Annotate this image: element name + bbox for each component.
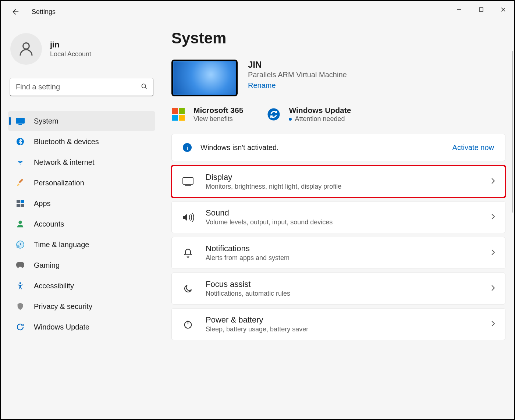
nav-item-privacy[interactable]: Privacy & security: [8, 296, 155, 316]
nav-label: Personalization: [34, 179, 84, 187]
user-subtitle: Local Account: [50, 50, 91, 58]
wifi-icon: [15, 157, 25, 167]
quick-sub: Attention needed: [289, 115, 351, 123]
minimize-button[interactable]: [448, 1, 470, 18]
user-name: jin: [50, 40, 91, 50]
nav-item-network[interactable]: Network & internet: [8, 152, 155, 172]
settings-item-focus-assist[interactable]: Focus assistNotifications, automatic rul…: [171, 273, 505, 305]
nav-item-gaming[interactable]: Gaming: [8, 255, 155, 275]
nav-item-accessibility[interactable]: Accessibility: [8, 276, 155, 296]
nav-label: Bluetooth & devices: [34, 138, 99, 146]
svg-rect-1: [479, 8, 483, 11]
sidebar: jin Local Account System Bluetooth & dev…: [1, 23, 163, 419]
quick-links-row: Microsoft 365 View benefits Windows Upda…: [171, 106, 505, 123]
nav-label: Windows Update: [34, 323, 89, 331]
nav-item-system[interactable]: System: [8, 111, 155, 131]
svg-point-18: [268, 108, 280, 121]
svg-rect-10: [17, 200, 20, 203]
quick-title: Microsoft 365: [193, 106, 243, 115]
settings-item-sound[interactable]: SoundVolume levels, output, input, sound…: [171, 201, 505, 233]
settings-list: DisplayMonitors, brightness, night light…: [171, 165, 505, 340]
card-desc: Sleep, battery usage, battery saver: [206, 325, 479, 333]
nav-label: System: [34, 117, 58, 125]
device-description: Parallels ARM Virtual Machine: [248, 71, 347, 79]
card-title: Focus assist: [206, 280, 479, 289]
search-icon: [141, 83, 148, 92]
settings-item-display[interactable]: DisplayMonitors, brightness, night light…: [171, 165, 505, 197]
device-thumbnail: [171, 60, 238, 96]
quick-windows-update[interactable]: Windows Update Attention needed: [267, 106, 351, 123]
chevron-right-icon: [490, 213, 496, 222]
card-desc: Volume levels, output, input, sound devi…: [206, 218, 479, 226]
activation-banner: i Windows isn't activated. Activate now: [171, 134, 505, 161]
card-title: Display: [206, 172, 479, 182]
gamepad-icon: [15, 260, 25, 270]
search-input[interactable]: [10, 78, 154, 96]
card-title: Power & battery: [206, 315, 479, 325]
svg-point-14: [18, 221, 22, 224]
svg-point-4: [23, 43, 29, 49]
scrollbar[interactable]: [512, 51, 513, 213]
svg-line-6: [145, 88, 147, 89]
card-title: Sound: [206, 208, 479, 218]
bluetooth-icon: [15, 137, 25, 146]
quick-microsoft365[interactable]: Microsoft 365 View benefits: [171, 106, 243, 123]
settings-item-notifications[interactable]: NotificationsAlerts from apps and system: [171, 237, 505, 269]
quick-title: Windows Update: [289, 106, 351, 115]
close-button[interactable]: [492, 1, 514, 18]
nav-item-accounts[interactable]: Accounts: [8, 214, 155, 234]
power-icon: [181, 318, 195, 331]
app-title: Settings: [32, 8, 56, 16]
sync-icon: [267, 107, 281, 121]
settings-item-power[interactable]: Power & batterySleep, battery usage, bat…: [171, 308, 505, 340]
chevron-right-icon: [490, 249, 496, 257]
rename-link[interactable]: Rename: [248, 81, 276, 90]
quick-sub: View benefits: [193, 115, 243, 123]
nav-item-time-language[interactable]: Time & language: [8, 235, 155, 255]
activation-text: Windows isn't activated.: [200, 143, 444, 152]
info-icon: i: [183, 143, 192, 152]
svg-rect-8: [18, 124, 22, 125]
nav-item-apps[interactable]: Apps: [8, 193, 155, 213]
window-controls: [448, 1, 514, 18]
device-info-row: JIN Parallels ARM Virtual Machine Rename: [171, 60, 505, 96]
accessibility-icon: [15, 281, 25, 291]
svg-rect-11: [21, 200, 24, 203]
chevron-right-icon: [490, 320, 496, 329]
card-desc: Alerts from apps and system: [206, 254, 479, 262]
card-desc: Monitors, brightness, night light, displ…: [206, 183, 479, 191]
maximize-button[interactable]: [470, 1, 492, 18]
nav-label: Time & language: [34, 241, 89, 249]
card-title: Notifications: [206, 244, 479, 253]
nav-label: Privacy & security: [34, 302, 92, 311]
nav-item-personalization[interactable]: Personalization: [8, 173, 155, 193]
svg-rect-7: [16, 118, 25, 124]
svg-rect-12: [17, 204, 20, 207]
nav-label: Network & internet: [34, 158, 95, 167]
attention-dot-icon: [289, 118, 292, 121]
chevron-right-icon: [490, 177, 496, 186]
nav-item-bluetooth[interactable]: Bluetooth & devices: [8, 132, 155, 152]
display-icon: [181, 175, 195, 188]
avatar-icon: [10, 33, 42, 65]
card-desc: Notifications, automatic rules: [206, 290, 479, 298]
activate-now-link[interactable]: Activate now: [452, 143, 494, 152]
svg-point-17: [19, 282, 21, 284]
apps-icon: [15, 199, 25, 208]
monitor-icon: [15, 116, 25, 126]
titlebar: Settings: [1, 1, 514, 23]
moon-icon: [181, 282, 195, 295]
bell-icon: [181, 246, 195, 260]
nav-label: Gaming: [34, 261, 60, 270]
sound-icon: [181, 211, 195, 224]
svg-rect-19: [183, 178, 193, 184]
user-account-button[interactable]: jin Local Account: [8, 33, 155, 65]
clock-icon: [15, 240, 25, 249]
back-button[interactable]: [9, 6, 21, 18]
page-title: System: [171, 29, 505, 47]
svg-point-5: [142, 84, 146, 88]
nav-item-windows-update[interactable]: Windows Update: [8, 317, 155, 337]
brush-icon: [15, 178, 25, 188]
update-icon: [15, 322, 25, 332]
device-name: JIN: [248, 60, 347, 70]
